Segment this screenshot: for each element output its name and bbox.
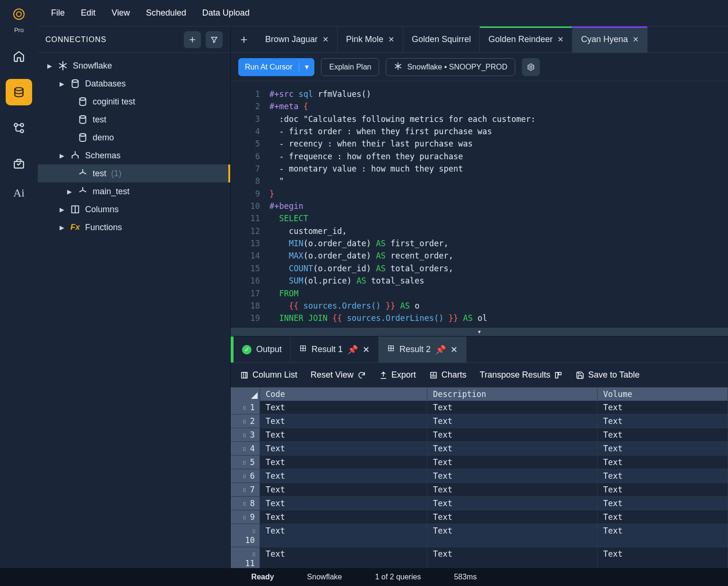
cell[interactable]: Text — [427, 547, 598, 568]
table-row[interactable]: ⠿ 4 Text Text Text — [231, 442, 728, 456]
row-handle[interactable]: ⠿ 11 — [231, 547, 260, 568]
tree-schema-item[interactable]: ▶ main_test — [38, 182, 230, 200]
menu-data-upload[interactable]: Data Upload — [202, 8, 250, 18]
close-icon[interactable]: ✕ — [451, 345, 458, 355]
cell[interactable]: Text — [427, 456, 598, 469]
column-list-button[interactable]: Column List — [240, 370, 297, 380]
tab-item[interactable]: Pink Mole✕ — [338, 26, 403, 52]
cell[interactable]: Text — [260, 497, 427, 510]
cell[interactable]: Text — [598, 414, 728, 428]
cell[interactable]: Text — [427, 414, 598, 428]
tree-databases[interactable]: ▶ Databases — [38, 75, 230, 93]
pin-icon[interactable]: 📌 — [347, 345, 358, 355]
nav-pipelines[interactable] — [6, 115, 32, 141]
tree-db-item[interactable]: coginiti test — [38, 93, 230, 111]
cell[interactable]: Text — [598, 483, 728, 496]
nav-home[interactable] — [6, 43, 32, 69]
close-icon[interactable]: ✕ — [322, 35, 329, 44]
tab-item[interactable]: Brown Jaguar✕ — [257, 26, 338, 52]
tree-columns[interactable]: ▶ Columns — [38, 200, 230, 218]
filter-button[interactable] — [206, 31, 223, 48]
select-all-corner[interactable] — [231, 388, 260, 401]
cell[interactable]: Text — [598, 524, 728, 547]
charts-button[interactable]: Charts — [429, 370, 467, 380]
results-grid[interactable]: Code Description Volume ⠿ 1 Text Text Te… — [231, 388, 728, 568]
result-tab[interactable]: Result 1 📌 ✕ — [291, 336, 379, 362]
menu-view[interactable]: View — [112, 8, 130, 18]
table-row[interactable]: ⠿ 11 Text Text Text — [231, 547, 728, 568]
table-row[interactable]: ⠿ 1 Text Text Text — [231, 401, 728, 414]
code-editor[interactable]: 1234567891011121314151617181920212223 #+… — [231, 81, 728, 327]
result-tab-active[interactable]: Result 2 📌 ✕ — [379, 336, 467, 362]
cell[interactable]: Text — [427, 469, 598, 483]
cell[interactable]: Text — [598, 547, 728, 568]
settings-button[interactable] — [522, 58, 540, 76]
cell[interactable]: Text — [598, 469, 728, 483]
cell[interactable]: Text — [598, 428, 728, 441]
menu-scheduled[interactable]: Scheduled — [146, 8, 186, 18]
row-handle[interactable]: ⠿ 2 — [231, 414, 260, 428]
table-row[interactable]: ⠿ 9 Text Text Text — [231, 510, 728, 524]
cell[interactable]: Text — [598, 442, 728, 455]
row-handle[interactable]: ⠿ 4 — [231, 442, 260, 455]
table-row[interactable]: ⠿ 7 Text Text Text — [231, 483, 728, 497]
tree-db-item[interactable]: test — [38, 111, 230, 129]
row-handle[interactable]: ⠿ 10 — [231, 524, 260, 547]
nav-connections[interactable] — [6, 79, 32, 105]
cell[interactable]: Text — [427, 428, 598, 441]
row-handle[interactable]: ⠿ 8 — [231, 497, 260, 510]
cell[interactable]: Text — [260, 428, 427, 441]
table-row[interactable]: ⠿ 10 Text Text Text — [231, 524, 728, 547]
cell[interactable]: Text — [260, 510, 427, 524]
run-dropdown-icon[interactable]: ▾ — [299, 62, 314, 71]
cell[interactable]: Text — [427, 510, 598, 524]
cell[interactable]: Text — [427, 483, 598, 496]
panel-collapser[interactable]: ▾ — [231, 327, 728, 336]
cell[interactable]: Text — [260, 469, 427, 483]
row-handle[interactable]: ⠿ 6 — [231, 469, 260, 483]
table-row[interactable]: ⠿ 6 Text Text Text — [231, 469, 728, 483]
result-tab-output[interactable]: ✓ Output — [234, 336, 291, 362]
cell[interactable]: Text — [260, 442, 427, 455]
menu-file[interactable]: File — [51, 8, 65, 18]
cell[interactable]: Text — [260, 547, 427, 568]
cell[interactable]: Text — [260, 524, 427, 547]
column-header[interactable]: Code — [260, 388, 427, 401]
close-icon[interactable]: ✕ — [388, 35, 394, 44]
column-header[interactable]: Volume — [598, 388, 728, 401]
cell[interactable]: Text — [598, 510, 728, 524]
table-row[interactable]: ⠿ 3 Text Text Text — [231, 428, 728, 442]
cell[interactable]: Text — [598, 401, 728, 414]
close-icon[interactable]: ✕ — [633, 35, 639, 44]
cell[interactable]: Text — [260, 414, 427, 428]
cell[interactable]: Text — [427, 524, 598, 547]
nav-assets[interactable] — [6, 151, 32, 177]
row-handle[interactable]: ⠿ 1 — [231, 401, 260, 414]
cell[interactable]: Text — [260, 456, 427, 469]
pin-icon[interactable]: 📌 — [435, 345, 446, 355]
cell[interactable]: Text — [598, 497, 728, 510]
table-row[interactable]: ⠿ 8 Text Text Text — [231, 497, 728, 510]
cell[interactable]: Text — [260, 401, 427, 414]
new-tab-button[interactable] — [231, 26, 257, 52]
tab-item-active[interactable]: Cyan Hyena✕ — [572, 26, 648, 52]
nav-ai[interactable]: Ai — [13, 187, 25, 199]
tree-functions[interactable]: ▶ Fx Functions — [38, 218, 230, 236]
cell[interactable]: Text — [598, 456, 728, 469]
tree-db-item[interactable]: demo — [38, 129, 230, 146]
row-handle[interactable]: ⠿ 9 — [231, 510, 260, 524]
export-button[interactable]: Export — [379, 370, 416, 380]
add-connection-button[interactable] — [184, 31, 201, 48]
tab-item[interactable]: Golden Reindeer✕ — [480, 26, 572, 52]
transpose-button[interactable]: Transpose Results — [480, 370, 563, 380]
cell[interactable]: Text — [427, 442, 598, 455]
row-handle[interactable]: ⠿ 5 — [231, 456, 260, 469]
connection-chip[interactable]: Snowflake • SNOOPY_PROD — [386, 58, 515, 76]
cell[interactable]: Text — [427, 401, 598, 414]
tree-connection[interactable]: ▶ Snowflake — [38, 57, 230, 75]
cell[interactable]: Text — [427, 497, 598, 510]
close-icon[interactable]: ✕ — [557, 35, 563, 44]
close-icon[interactable]: ✕ — [363, 345, 370, 355]
save-to-table-button[interactable]: Save to Table — [576, 370, 640, 380]
column-header[interactable]: Description — [427, 388, 598, 401]
